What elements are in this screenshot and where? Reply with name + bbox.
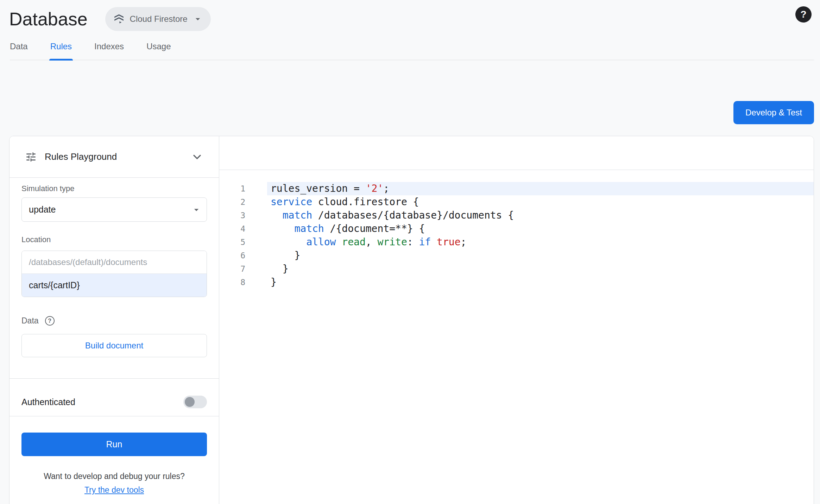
build-document-button[interactable]: Build document: [21, 334, 207, 357]
tab-data[interactable]: Data: [10, 42, 28, 60]
code-line[interactable]: match /{document=**} {: [267, 222, 814, 235]
help-button[interactable]: ?: [795, 6, 812, 23]
data-label: Data: [21, 316, 39, 326]
simulation-type-label: Simulation type: [21, 184, 207, 193]
line-number: 3: [219, 209, 245, 222]
code-line[interactable]: match /databases/{database}/documents {: [267, 209, 814, 222]
rules-playground-body: Simulation type update Location Data ? B…: [10, 178, 219, 495]
code-line[interactable]: allow read, write: if true;: [267, 235, 814, 249]
tune-icon: [25, 151, 37, 163]
line-number: 7: [219, 262, 245, 276]
toggle-knob: [185, 397, 195, 407]
rules-code-panel: 12345678 rules_version = '2';service clo…: [219, 136, 814, 504]
database-selector[interactable]: Cloud Firestore: [105, 7, 211, 31]
location-field-group: [21, 251, 207, 297]
code-line[interactable]: }: [267, 249, 814, 262]
run-button[interactable]: Run: [21, 433, 207, 456]
develop-and-test-button[interactable]: Develop & Test: [733, 101, 814, 124]
simulation-type-value: update: [29, 204, 56, 215]
code-line[interactable]: rules_version = '2';: [267, 182, 814, 195]
section-divider: [10, 378, 219, 379]
dev-tools-hint-text: Want to develop and debug your rules?: [21, 472, 207, 481]
rules-playground-title: Rules Playground: [45, 151, 183, 162]
tab-usage[interactable]: Usage: [146, 42, 171, 60]
database-selector-label: Cloud Firestore: [130, 14, 188, 24]
line-number-gutter: 12345678: [219, 182, 267, 504]
line-number: 4: [219, 222, 245, 235]
line-number: 8: [219, 276, 245, 289]
code-line[interactable]: service cloud.firestore {: [267, 195, 814, 209]
rules-playground-panel: Rules Playground Simulation type update …: [10, 136, 219, 504]
collapse-chevron-icon[interactable]: [191, 151, 203, 163]
location-prefix-input[interactable]: [22, 251, 207, 273]
rules-code-editor[interactable]: 12345678 rules_version = '2';service clo…: [219, 170, 814, 504]
line-number: 5: [219, 235, 245, 249]
tab-bar: Data Rules Indexes Usage: [10, 42, 814, 60]
authenticated-label: Authenticated: [21, 397, 75, 407]
tab-rules[interactable]: Rules: [50, 42, 72, 60]
location-label: Location: [21, 235, 207, 244]
section-divider: [10, 416, 219, 416]
tab-indexes[interactable]: Indexes: [94, 42, 124, 60]
line-number: 6: [219, 249, 245, 262]
code-content[interactable]: rules_version = '2';service cloud.firest…: [267, 182, 814, 504]
dev-tools-link[interactable]: Try the dev tools: [21, 485, 207, 495]
rules-playground-header[interactable]: Rules Playground: [10, 136, 219, 178]
editor-toolbar: [219, 136, 814, 170]
location-path-input[interactable]: [22, 273, 207, 297]
line-number: 2: [219, 195, 245, 209]
code-line[interactable]: }: [267, 262, 814, 276]
rules-editor-card: Rules Playground Simulation type update …: [9, 136, 814, 504]
authenticated-row: Authenticated: [21, 389, 207, 415]
chevron-down-icon: [193, 14, 203, 24]
data-help-icon[interactable]: ?: [45, 316, 55, 326]
top-header: Database Cloud Firestore ?: [0, 0, 820, 32]
authenticated-toggle[interactable]: [183, 396, 207, 408]
line-number: 1: [219, 182, 245, 195]
code-line[interactable]: }: [267, 276, 814, 289]
chevron-down-icon: [191, 204, 202, 215]
page-title: Database: [9, 8, 88, 30]
simulation-type-select[interactable]: update: [21, 197, 207, 222]
firestore-icon: [113, 13, 125, 25]
data-section-header: Data ?: [21, 316, 207, 326]
